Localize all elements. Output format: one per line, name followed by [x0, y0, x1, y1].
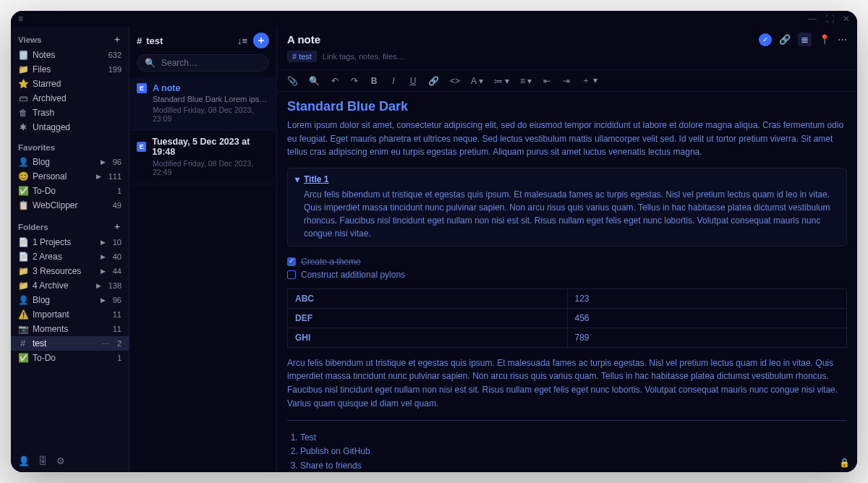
table-cell-value[interactable]: 123 — [567, 288, 847, 308]
sidebar-item-notes[interactable]: 🗒️Notes632 — [11, 48, 129, 62]
numbered-list[interactable]: TestPublish on GitHubShare to friends — [287, 431, 847, 472]
sidebar-item-label: 3 Resources — [33, 266, 95, 276]
tb-align-icon[interactable]: ≡ ▾ — [520, 76, 532, 86]
tb-zoom-icon[interactable]: 🔍 — [309, 76, 320, 86]
table-cell-key[interactable]: DEF — [288, 308, 568, 328]
sidebar-item-moments[interactable]: 📷Moments11 — [11, 322, 129, 336]
maximize-icon[interactable]: ⛶ — [825, 14, 834, 24]
tb-bold[interactable]: B — [370, 76, 378, 86]
checkbox[interactable] — [287, 257, 296, 266]
tb-attach-icon[interactable]: 📎 — [287, 76, 298, 86]
tb-underline[interactable]: U — [409, 76, 417, 86]
sidebar-item-more-icon[interactable]: ⋯ — [102, 340, 109, 348]
sidebar-item-important[interactable]: ⚠️Important11 — [11, 307, 129, 322]
collapsible-toggle[interactable]: ▾ Title 1 — [295, 174, 839, 184]
tags-placeholder[interactable]: Link tags, notes, files… — [323, 52, 405, 61]
share-check-icon[interactable]: ✓ — [759, 33, 772, 46]
minimize-icon[interactable]: — — [808, 14, 817, 24]
todo-item[interactable]: Create a theme — [287, 257, 847, 267]
tb-italic[interactable]: I — [389, 76, 398, 86]
chevron-right-icon[interactable]: ▶ — [101, 296, 106, 304]
table-row[interactable]: GHI789 — [288, 328, 847, 347]
sort-icon[interactable]: ↓≡ — [237, 35, 247, 46]
tb-redo-icon[interactable]: ↷ — [350, 76, 359, 86]
views-add-icon[interactable]: ＋ — [113, 34, 122, 45]
todo-item[interactable]: Construct additional pylons — [287, 270, 847, 280]
list-item[interactable]: Share to friends — [300, 459, 847, 472]
sidebar-item-untagged[interactable]: ✱Untagged — [11, 120, 129, 134]
note-type-badge: E — [137, 142, 146, 152]
more-icon[interactable]: ⋯ — [838, 34, 847, 45]
data-table[interactable]: ABC123DEF456GHI789 — [287, 288, 847, 348]
hamburger-icon[interactable]: ≡ — [18, 14, 23, 24]
sidebar-item-to-do[interactable]: ✅To-Do1 — [11, 351, 129, 365]
sidebar-item-trash[interactable]: 🗑Trash — [11, 106, 129, 120]
user-icon[interactable]: 👤 — [18, 456, 30, 466]
table-cell-value[interactable]: 456 — [567, 308, 847, 328]
sidebar-item-3-resources[interactable]: 📁3 Resources▶44 — [11, 264, 129, 278]
note-item-meta: Modified Friday, 08 Dec 2023, 22:49 — [153, 159, 269, 176]
doc-heading[interactable]: Standard Blue Dark — [287, 99, 847, 114]
editor-toolbar: 📎 🔍 ↶ ↷ B I U 🔗 <> A ▾ ≔ ▾ ≡ ▾ ⇤ ⇥ ＋ ▾ — [277, 69, 857, 92]
new-note-button[interactable]: ＋ — [253, 33, 269, 48]
sidebar-item-1-projects[interactable]: 📄1 Projects▶10 — [11, 235, 129, 249]
note-list: # test ↓≡ ＋ 🔍 Search… EA noteStandard Bl… — [129, 27, 277, 472]
todo-label: Construct additional pylons — [301, 270, 405, 280]
tb-undo-icon[interactable]: ↶ — [331, 76, 339, 86]
table-cell-value[interactable]: 789 — [567, 328, 847, 347]
lock-icon[interactable]: 🔒 — [839, 458, 850, 468]
doc-intro[interactable]: Lorem ipsum dolor sit amet, consectetur … — [287, 119, 847, 159]
sidebar-item-blog[interactable]: 👤Blog▶96 — [11, 293, 129, 307]
close-icon[interactable]: ✕ — [843, 14, 850, 24]
tb-list-icon[interactable]: ≔ ▾ — [494, 76, 509, 86]
table-row[interactable]: ABC123 — [288, 288, 847, 308]
collapsible-body[interactable]: Arcu felis bibendum ut tristique et eges… — [295, 188, 839, 240]
tb-font[interactable]: A ▾ — [471, 76, 483, 86]
note-list-item[interactable]: ETuesday, 5 Dec 2023 at 19:48Modified Fr… — [129, 131, 276, 184]
chevron-right-icon[interactable]: ▶ — [101, 253, 106, 260]
sidebar-item-personal[interactable]: 😊Personal▶111 — [11, 169, 129, 184]
sidebar-item-4-archive[interactable]: 📁4 Archive▶138 — [11, 278, 129, 293]
chevron-right-icon[interactable]: ▶ — [101, 268, 106, 275]
sidebar-item-icon: 🗑 — [18, 108, 27, 118]
reader-view-icon[interactable]: ≣ — [798, 33, 812, 46]
tb-code-icon[interactable]: <> — [450, 76, 460, 86]
sidebar-item-count: 632 — [109, 51, 122, 59]
sync-icon[interactable]: 🗄 — [38, 456, 48, 466]
section-folders-header: Folders — [18, 223, 48, 231]
note-type-badge: E — [137, 83, 147, 93]
settings-icon[interactable]: ⚙ — [56, 456, 65, 466]
search-input[interactable]: 🔍 Search… — [137, 54, 269, 72]
chevron-right-icon[interactable]: ▶ — [101, 239, 106, 246]
list-item[interactable]: Test — [300, 431, 847, 445]
chevron-right-icon[interactable]: ▶ — [101, 158, 106, 166]
table-cell-key[interactable]: ABC — [288, 288, 568, 308]
sidebar-item-icon: 📄 — [18, 237, 27, 247]
note-list-item[interactable]: EA noteStandard Blue Dark Lorem ipsum do… — [129, 77, 276, 131]
tb-outdent-icon[interactable]: ⇤ — [542, 76, 551, 86]
checkbox[interactable] — [287, 270, 296, 279]
table-row[interactable]: DEF456 — [288, 308, 847, 328]
sidebar-item-archived[interactable]: 🗃Archived — [11, 91, 129, 106]
sidebar-item-to-do[interactable]: ✅To-Do1 — [11, 184, 129, 198]
editor-note-title[interactable]: A note — [287, 33, 320, 46]
sidebar-item-blog[interactable]: 👤Blog▶96 — [11, 155, 129, 169]
pin-icon[interactable]: 📍 — [819, 34, 830, 45]
tb-link-icon[interactable]: 🔗 — [428, 76, 439, 86]
sidebar-item-webclipper[interactable]: 📋WebClipper49 — [11, 198, 129, 213]
tb-insert-icon[interactable]: ＋ ▾ — [582, 74, 597, 87]
chevron-right-icon[interactable]: ▶ — [96, 282, 101, 289]
chevron-right-icon[interactable]: ▶ — [96, 173, 101, 180]
table-cell-key[interactable]: GHI — [288, 328, 568, 347]
link-icon[interactable]: 🔗 — [779, 34, 791, 45]
sidebar-item-starred[interactable]: ⭐Starred — [11, 77, 129, 91]
folders-add-icon[interactable]: ＋ — [113, 221, 122, 232]
sidebar-item-test[interactable]: #test⋯2 — [11, 336, 129, 351]
sidebar-item-2-areas[interactable]: 📄2 Areas▶40 — [11, 249, 129, 264]
sidebar-item-files[interactable]: 📁Files199 — [11, 62, 129, 77]
tb-indent-icon[interactable]: ⇥ — [562, 76, 571, 86]
doc-para-2[interactable]: Arcu felis bibendum ut tristique et eges… — [287, 356, 847, 410]
note-tag[interactable]: # test — [287, 51, 317, 62]
list-item[interactable]: Publish on GitHub — [300, 445, 847, 458]
note-item-title: Tuesday, 5 Dec 2023 at 19:48 — [152, 137, 269, 157]
